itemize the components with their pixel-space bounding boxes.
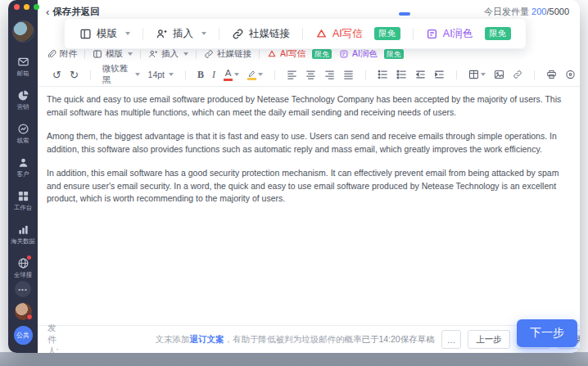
font-color-button[interactable]: A bbox=[224, 69, 239, 81]
table-icon bbox=[468, 70, 479, 79]
main-area: ‹ 保存并返回 今日发件量 200/5000 附件 模版 插入 bbox=[38, 0, 580, 353]
align-left-icon bbox=[287, 70, 297, 79]
bold-button[interactable]: B bbox=[197, 69, 204, 81]
highlight-color-swatch bbox=[247, 78, 256, 80]
template-icon bbox=[79, 28, 92, 40]
align-center-icon bbox=[305, 70, 316, 79]
hyperlink-button[interactable] bbox=[513, 70, 522, 79]
more-settings-button[interactable] bbox=[565, 70, 576, 79]
draft-saved-status: 已于14:20保存草稿 bbox=[361, 334, 434, 346]
template-button-large[interactable]: 模版 bbox=[79, 27, 130, 41]
sidebar-item-mail[interactable]: 邮箱 bbox=[16, 56, 29, 77]
account-avatar[interactable] bbox=[15, 303, 32, 320]
sidebar-more-button[interactable]: ••• bbox=[15, 281, 31, 297]
sidebar-item-label: 邮箱 bbox=[17, 70, 29, 76]
sidebar-item-leads[interactable]: 线索 bbox=[16, 123, 29, 144]
align-left-button[interactable] bbox=[287, 70, 297, 79]
ai-write-button-large[interactable]: AI写信 限免 bbox=[315, 27, 400, 41]
align-center-button[interactable] bbox=[305, 70, 316, 79]
table-button[interactable] bbox=[468, 70, 486, 79]
italic-button[interactable]: I bbox=[212, 69, 215, 81]
image-button[interactable] bbox=[494, 70, 504, 79]
divider bbox=[140, 50, 141, 59]
highlight-pen-icon bbox=[247, 69, 256, 77]
chevron-down-icon bbox=[234, 73, 239, 76]
align-right-button[interactable] bbox=[324, 70, 335, 79]
email-body-editor[interactable]: The quick and easy to use email software… bbox=[38, 87, 580, 325]
window-controls bbox=[14, 4, 39, 10]
quota-total: /5000 bbox=[546, 7, 569, 16]
sidebar-item-customers[interactable]: 客户 bbox=[16, 156, 29, 178]
undo-button[interactable]: ↺ bbox=[52, 70, 61, 80]
redo-button[interactable]: ↻ bbox=[70, 70, 79, 80]
font-color-letter: A bbox=[225, 69, 232, 79]
unsubscribe-copy-link[interactable]: 退订文案 bbox=[189, 334, 224, 344]
link-icon bbox=[204, 49, 214, 59]
align-right-icon bbox=[324, 70, 335, 79]
notification-dot bbox=[27, 255, 31, 260]
attachment-button[interactable]: 附件 bbox=[47, 48, 77, 60]
ai-polish-button-large[interactable]: AI润色 限免 bbox=[426, 27, 511, 41]
user-avatar[interactable] bbox=[12, 20, 34, 43]
print-button[interactable] bbox=[546, 70, 557, 79]
previous-step-button[interactable]: 上一步 bbox=[468, 330, 510, 349]
divider bbox=[365, 70, 366, 79]
tip-text: ，有助于降低被判为垃圾邮件的概率 bbox=[224, 334, 361, 344]
divider bbox=[185, 70, 186, 79]
divider bbox=[413, 28, 414, 40]
target-circle-icon bbox=[565, 70, 576, 79]
ai-write-label: AI写信 bbox=[332, 27, 363, 41]
more-actions-button[interactable]: … bbox=[441, 330, 462, 349]
sidebar-item-customs-data[interactable]: 海关数据 bbox=[10, 224, 36, 245]
font-size-value: 14pt bbox=[148, 70, 165, 79]
ai-write-icon bbox=[267, 49, 277, 59]
free-badge: 限免 bbox=[374, 27, 400, 40]
align-justify-button[interactable] bbox=[343, 70, 354, 79]
bullet-list-button[interactable] bbox=[378, 70, 388, 79]
quota-label: 今日发件量 bbox=[484, 7, 531, 16]
ordered-list-button[interactable] bbox=[396, 70, 407, 79]
chevron-down-icon bbox=[125, 32, 130, 35]
ai-write-button[interactable]: AI写信 限免 bbox=[267, 48, 332, 60]
app-sidebar: 邮箱 营销 线索 客户 工作台 海关数据 bbox=[8, 0, 38, 353]
sidebar-item-label: 工作台 bbox=[14, 204, 32, 210]
editor-toolbar-formatting: ↺ ↻ 微软雅黑 14pt B I A bbox=[38, 66, 580, 84]
social-links-button-large[interactable]: 社媒链接 bbox=[232, 27, 290, 41]
sidebar-item-global-search[interactable]: 全球搜 bbox=[13, 257, 33, 278]
ai-write-label: AI写信 bbox=[280, 48, 305, 60]
minimize-window-button[interactable] bbox=[24, 4, 29, 10]
sidebar-bottom: ••• 公共 bbox=[14, 281, 33, 345]
divider bbox=[534, 70, 535, 79]
ai-write-icon bbox=[315, 28, 328, 40]
sidebar-item-workbench[interactable]: 工作台 bbox=[13, 190, 33, 211]
ai-polish-icon bbox=[426, 28, 438, 40]
grid-icon bbox=[17, 190, 29, 202]
save-and-return-button[interactable]: ‹ 保存并返回 bbox=[46, 6, 100, 18]
free-badge: 限免 bbox=[312, 49, 332, 59]
font-family-select[interactable]: 微软雅黑 bbox=[102, 63, 140, 86]
insert-button-large[interactable]: 插入 bbox=[156, 27, 206, 41]
attachment-label: 附件 bbox=[60, 48, 77, 60]
template-label: 模版 bbox=[106, 48, 123, 60]
outdent-button[interactable] bbox=[415, 70, 426, 79]
font-size-select[interactable]: 14pt bbox=[148, 70, 174, 79]
insert-button[interactable]: 插入 bbox=[148, 48, 188, 60]
font-color-swatch bbox=[224, 79, 233, 81]
chevron-down-icon bbox=[201, 32, 206, 35]
paperclip-icon bbox=[47, 49, 57, 59]
sidebar-item-marketing[interactable]: 营销 bbox=[16, 89, 29, 111]
ai-polish-button[interactable]: AI润色 限免 bbox=[339, 48, 404, 60]
pie-chart-icon bbox=[17, 89, 29, 102]
template-button[interactable]: 模版 bbox=[93, 48, 133, 60]
daily-send-quota: 今日发件量 200/5000 bbox=[484, 6, 569, 18]
highlight-color-button[interactable] bbox=[247, 69, 263, 80]
next-step-button[interactable]: 下一步 bbox=[517, 319, 577, 347]
template-label: 模版 bbox=[97, 27, 117, 41]
indent-button[interactable] bbox=[434, 70, 445, 79]
public-workspace-button[interactable]: 公共 bbox=[14, 326, 33, 345]
social-links-button[interactable]: 社媒链接 bbox=[204, 48, 251, 60]
close-window-button[interactable] bbox=[14, 4, 20, 10]
email-paragraph: Among them, the biggest advantage is tha… bbox=[47, 130, 571, 156]
chevron-down-icon bbox=[258, 73, 263, 76]
unsubscribe-tip: 文末添加退订文案，有助于降低被判为垃圾邮件的概率 bbox=[155, 334, 361, 346]
